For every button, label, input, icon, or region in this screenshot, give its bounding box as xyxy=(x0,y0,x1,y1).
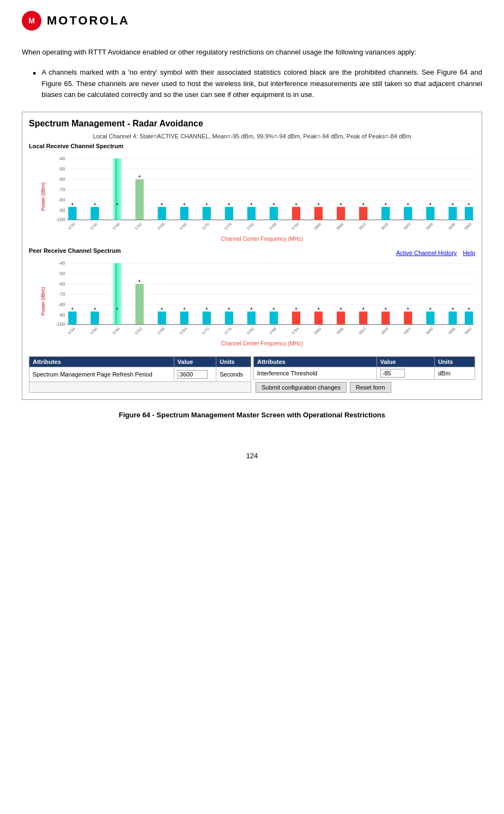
svg-text:▲: ▲ xyxy=(294,306,298,310)
svg-text:5752: 5752 xyxy=(135,222,143,230)
table-row-left-2 xyxy=(29,382,251,393)
svg-text:5788: 5788 xyxy=(269,326,277,335)
svg-text:5740: 5740 xyxy=(89,222,98,230)
svg-text:-60: -60 xyxy=(58,177,65,182)
svg-text:▲: ▲ xyxy=(384,202,387,205)
svg-text:-70: -70 xyxy=(58,187,65,192)
svg-text:5740: 5740 xyxy=(89,326,98,335)
table-row-right-1: Interference Threshold dBm xyxy=(254,367,475,380)
svg-rect-121 xyxy=(292,312,300,325)
svg-text:▲: ▲ xyxy=(116,306,119,310)
svg-text:▲: ▲ xyxy=(317,306,320,310)
svg-rect-36 xyxy=(203,207,211,220)
svg-rect-19 xyxy=(90,207,99,220)
svg-text:5836: 5836 xyxy=(447,326,456,335)
help-link[interactable]: Help xyxy=(463,250,475,256)
svg-text:▲: ▲ xyxy=(429,306,433,310)
svg-text:▲: ▲ xyxy=(71,202,75,205)
svg-rect-63 xyxy=(404,207,412,220)
svg-text:▲: ▲ xyxy=(250,202,253,205)
svg-text:-100: -100 xyxy=(56,322,65,327)
refresh-period-input[interactable] xyxy=(178,370,208,379)
body-paragraph: When operating with RTTT Avoidance enabl… xyxy=(22,47,482,58)
svg-text:▲: ▲ xyxy=(339,306,343,310)
svg-text:▲: ▲ xyxy=(138,278,142,282)
svg-text:5752: 5752 xyxy=(135,326,143,335)
svg-rect-136 xyxy=(404,312,412,325)
figure-caption: Figure 64 - Spectrum Management Master S… xyxy=(22,411,482,419)
svg-text:▲: ▲ xyxy=(467,306,471,310)
figure-box: Spectrum Management - Radar Avoidance Lo… xyxy=(22,112,482,400)
svg-rect-42 xyxy=(247,207,256,220)
svg-text:5794: 5794 xyxy=(291,326,300,335)
svg-text:5812: 5812 xyxy=(358,222,367,230)
svg-rect-97 xyxy=(117,263,119,325)
svg-text:5830: 5830 xyxy=(425,326,434,335)
config-table-right: Attributes Value Units Interference Thre… xyxy=(253,356,475,380)
svg-rect-30 xyxy=(158,207,166,220)
svg-text:5800: 5800 xyxy=(313,222,322,230)
svg-text:-100: -100 xyxy=(56,217,65,223)
svg-text:▲: ▲ xyxy=(71,306,75,310)
interference-threshold-input[interactable] xyxy=(380,369,405,378)
svg-text:-40: -40 xyxy=(58,156,65,161)
svg-rect-103 xyxy=(158,312,166,325)
svg-rect-51 xyxy=(314,207,323,220)
svg-text:▲: ▲ xyxy=(116,202,119,205)
svg-text:5758: 5758 xyxy=(157,326,166,335)
svg-text:▲: ▲ xyxy=(93,306,97,310)
svg-text:-40: -40 xyxy=(58,260,65,266)
svg-rect-69 xyxy=(448,207,457,220)
svg-text:▲: ▲ xyxy=(250,306,253,310)
submit-config-button[interactable]: Submit configuration changes xyxy=(256,382,347,393)
svg-rect-66 xyxy=(426,207,434,220)
svg-text:▲: ▲ xyxy=(183,202,186,205)
svg-text:▲: ▲ xyxy=(272,202,276,205)
svg-text:5770: 5770 xyxy=(202,222,210,230)
value-refresh-period[interactable] xyxy=(174,367,216,382)
active-channel-history-link[interactable]: Active Channel History xyxy=(396,250,457,256)
svg-text:5734: 5734 xyxy=(67,326,76,335)
brand-name: MOTOROLA xyxy=(47,14,130,28)
value-interference-threshold[interactable] xyxy=(377,367,434,380)
svg-rect-27 xyxy=(135,179,143,220)
svg-text:5776: 5776 xyxy=(224,326,233,335)
svg-text:▲: ▲ xyxy=(339,202,343,205)
svg-text:5758: 5758 xyxy=(157,222,166,230)
svg-rect-127 xyxy=(337,312,345,325)
svg-rect-57 xyxy=(359,207,367,220)
svg-text:▲: ▲ xyxy=(429,202,433,205)
svg-rect-92 xyxy=(90,312,99,325)
col-value-left: Value xyxy=(174,357,216,367)
header: M MOTOROLA xyxy=(22,11,482,31)
svg-text:5794: 5794 xyxy=(291,222,300,230)
attr-refresh-period: Spectrum Management Page Refresh Period xyxy=(29,367,174,382)
units-dbm: dBm xyxy=(434,367,475,380)
svg-rect-130 xyxy=(359,312,367,325)
svg-text:▲: ▲ xyxy=(406,306,410,310)
svg-rect-118 xyxy=(270,312,278,325)
svg-text:▲: ▲ xyxy=(227,202,231,205)
reset-form-button[interactable]: Reset form xyxy=(350,382,391,393)
svg-text:5776: 5776 xyxy=(224,222,233,230)
svg-text:5788: 5788 xyxy=(269,222,277,230)
svg-text:▲: ▲ xyxy=(227,306,231,310)
local-x-axis-label: Channel Center Frequency (MHz) xyxy=(48,236,475,242)
svg-rect-24 xyxy=(117,159,119,220)
svg-text:-90: -90 xyxy=(58,208,65,213)
svg-text:-90: -90 xyxy=(58,312,65,318)
svg-text:▲: ▲ xyxy=(406,202,410,205)
svg-text:5842: 5842 xyxy=(464,222,472,230)
svg-text:5818: 5818 xyxy=(380,222,389,230)
page-number: 124 xyxy=(22,452,482,460)
peer-chart-section: Peer Receive Channel Spectrum Active Cha… xyxy=(29,247,475,347)
right-config: Attributes Value Units Interference Thre… xyxy=(253,352,475,393)
svg-rect-89 xyxy=(68,312,76,325)
peer-chart-label: Peer Receive Channel Spectrum xyxy=(29,247,121,254)
svg-rect-33 xyxy=(180,207,189,220)
svg-rect-139 xyxy=(426,312,434,325)
svg-text:5782: 5782 xyxy=(246,222,255,230)
svg-text:▲: ▲ xyxy=(361,202,365,205)
local-chart-label: Local Receive Channel Spectrum xyxy=(29,143,475,149)
svg-rect-16 xyxy=(68,207,76,220)
